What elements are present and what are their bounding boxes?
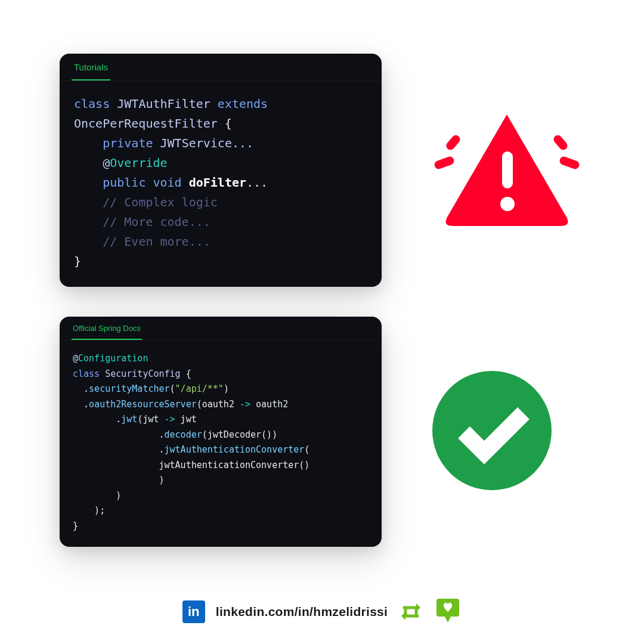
bottom-comparison-row: Official Spring Docs @Configuration clas… xyxy=(60,317,596,547)
svg-rect-0 xyxy=(502,151,513,188)
tab-official-docs: Official Spring Docs xyxy=(72,317,142,340)
tutorials-code-card: Tutorials class JWTAuthFilter extends On… xyxy=(60,54,382,287)
svg-point-1 xyxy=(500,197,515,211)
code-block-tutorials: class JWTAuthFilter extends OncePerReque… xyxy=(60,81,382,287)
svg-rect-5 xyxy=(552,133,569,151)
tab-bar: Tutorials xyxy=(60,54,382,81)
svg-rect-2 xyxy=(434,155,456,170)
tab-bar: Official Spring Docs xyxy=(60,317,382,340)
tab-tutorials: Tutorials xyxy=(72,54,110,80)
svg-point-6 xyxy=(432,371,552,490)
official-docs-code-card: Official Spring Docs @Configuration clas… xyxy=(60,317,382,547)
footer: in linkedin.com/in/hmzelidrissi xyxy=(0,599,644,625)
svg-rect-3 xyxy=(445,133,462,151)
like-icon xyxy=(434,599,462,625)
warning-icon xyxy=(429,104,584,237)
linkedin-handle: linkedin.com/in/hmzelidrissi xyxy=(216,605,388,619)
linkedin-icon: in xyxy=(182,600,205,623)
checkmark-icon xyxy=(429,368,555,496)
code-block-official: @Configuration class SecurityConfig { .s… xyxy=(60,340,382,547)
top-comparison-row: Tutorials class JWTAuthFilter extends On… xyxy=(60,54,596,287)
svg-rect-4 xyxy=(559,155,581,170)
repost-icon xyxy=(398,599,423,624)
